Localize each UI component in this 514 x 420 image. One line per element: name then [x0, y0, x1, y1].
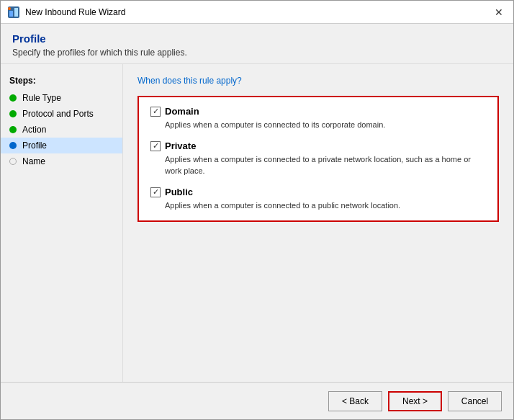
back-button[interactable]: < Back [328, 391, 382, 411]
sidebar-label-rule-type: Rule Type [22, 93, 61, 103]
public-description: Applies when a computer is connected to … [150, 200, 486, 211]
dot-icon-action [9, 126, 17, 133]
next-button[interactable]: Next > [388, 391, 442, 411]
profile-header-domain: ✓ Domain [150, 106, 486, 117]
sidebar-item-name[interactable]: Name [1, 153, 122, 169]
profile-header-private: ✓ Private [150, 140, 486, 151]
steps-label: Steps: [1, 73, 122, 90]
main-wrapper: Profile Specify the profiles for which t… [1, 24, 513, 419]
svg-rect-2 [14, 8, 18, 17]
wizard-window: New Inbound Rule Wizard ✕ Profile Specif… [0, 0, 514, 420]
profile-item-public: ✓ Public Applies when a computer is conn… [150, 187, 486, 211]
cancel-button[interactable]: Cancel [448, 391, 502, 411]
domain-checkbox[interactable]: ✓ [150, 107, 161, 117]
public-label: Public [165, 187, 193, 197]
svg-point-3 [8, 7, 11, 10]
question-text: When does this rule apply? [137, 76, 499, 86]
profiles-box: ✓ Domain Applies when a computer is conn… [137, 96, 499, 222]
sidebar-item-protocol-ports[interactable]: Protocol and Ports [1, 106, 122, 122]
profile-item-private: ✓ Private Applies when a computer is con… [150, 140, 486, 177]
main-content: When does this rule apply? ✓ Domain Appl… [123, 64, 513, 382]
dot-icon-name [9, 158, 17, 165]
private-checkbox-wrapper[interactable]: ✓ [150, 141, 161, 151]
sidebar-label-protocol: Protocol and Ports [22, 109, 94, 119]
sidebar-item-profile[interactable]: Profile [1, 138, 122, 153]
wizard-icon [6, 5, 21, 19]
dot-icon-rule-type [9, 94, 17, 102]
sidebar-item-action[interactable]: Action [1, 122, 122, 138]
domain-description: Applies when a computer is connected to … [150, 120, 486, 130]
private-checkbox[interactable]: ✓ [150, 141, 161, 151]
svg-rect-1 [9, 11, 13, 17]
title-bar: New Inbound Rule Wizard ✕ [1, 1, 513, 24]
close-button[interactable]: ✕ [490, 4, 508, 21]
profile-item-domain: ✓ Domain Applies when a computer is conn… [150, 106, 486, 130]
profile-header-public: ✓ Public [150, 187, 486, 197]
page-subtitle: Specify the profiles for which this rule… [12, 48, 502, 58]
domain-checkbox-wrapper[interactable]: ✓ [150, 107, 161, 117]
footer: < Back Next > Cancel [1, 382, 513, 419]
title-bar-text: New Inbound Rule Wizard [25, 7, 490, 17]
sidebar-item-rule-type[interactable]: Rule Type [1, 90, 122, 106]
body-area: Steps: Rule Type Protocol and Ports Acti… [1, 64, 513, 382]
private-description: Applies when a computer is connected to … [150, 154, 486, 177]
public-checkbox[interactable]: ✓ [150, 187, 161, 197]
sidebar-label-action: Action [22, 125, 46, 135]
private-label: Private [165, 140, 196, 151]
sidebar: Steps: Rule Type Protocol and Ports Acti… [1, 64, 123, 382]
sidebar-label-profile: Profile [22, 140, 47, 151]
sidebar-label-name: Name [22, 156, 45, 166]
page-title: Profile [12, 32, 502, 45]
dot-icon-protocol [9, 110, 17, 117]
domain-label: Domain [165, 106, 199, 117]
dot-icon-profile [9, 142, 17, 149]
header-section: Profile Specify the profiles for which t… [1, 24, 513, 64]
public-checkbox-wrapper[interactable]: ✓ [150, 187, 161, 197]
